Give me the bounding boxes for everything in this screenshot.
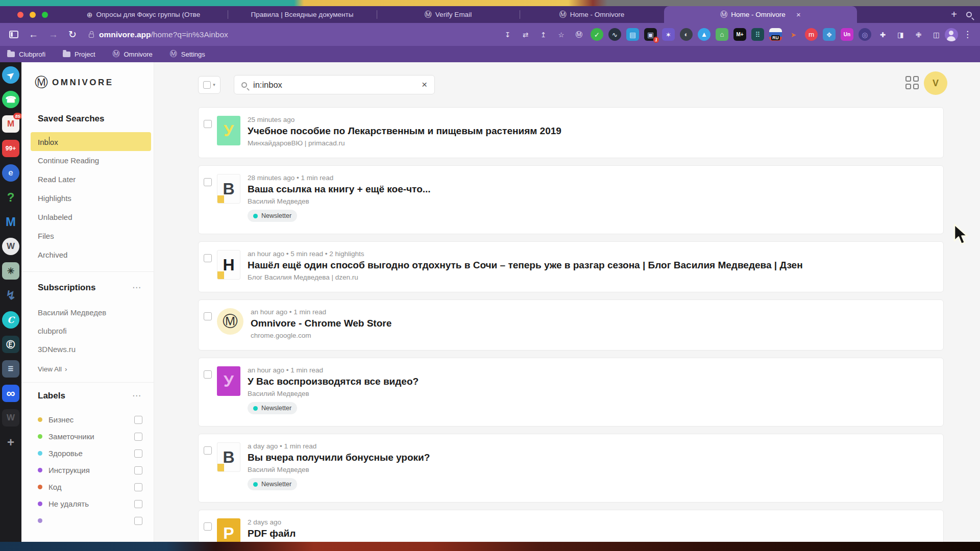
- label-item[interactable]: Здоровье: [21, 445, 154, 462]
- label-item[interactable]: [21, 512, 154, 529]
- view-all-link[interactable]: View All ›: [38, 365, 154, 373]
- close-window-button[interactable]: [17, 12, 23, 18]
- dock-icon[interactable]: W: [2, 238, 19, 255]
- extension-icon[interactable]: ↥: [537, 28, 550, 41]
- article-card[interactable]: P 2 days ago PDF файл: [198, 510, 944, 542]
- label-checkbox[interactable]: [134, 500, 142, 508]
- label-checkbox[interactable]: [134, 483, 142, 491]
- article-checkbox[interactable]: [204, 178, 212, 186]
- article-card[interactable]: Н an hour ago • 5 min read • 2 highlight…: [198, 241, 944, 292]
- article-card[interactable]: В 28 minutes ago • 1 min read Ваша ссылк…: [198, 165, 944, 234]
- label-checkbox[interactable]: [134, 433, 142, 441]
- label-item[interactable]: Код: [21, 479, 154, 495]
- browser-tab[interactable]: Правила | Всеядные документы: [228, 6, 377, 23]
- dock-icon[interactable]: ∞: [2, 385, 19, 402]
- label-item[interactable]: Заметочники: [21, 428, 154, 445]
- article-title[interactable]: Учебное пособие по Лекарственным и пищев…: [248, 126, 561, 137]
- label-checkbox[interactable]: [134, 466, 142, 474]
- profile-avatar[interactable]: [945, 28, 958, 41]
- extension-icon[interactable]: ◎: [859, 28, 871, 41]
- bookmark-item[interactable]: Ⓜ Omnivore: [113, 49, 153, 59]
- browser-tab[interactable]: Ⓜ Home - Omnivore: [520, 6, 664, 23]
- saved-search-item[interactable]: Unlabeled: [21, 208, 154, 227]
- browser-tab[interactable]: ⊕ Опросы для Фокус группы (Отве: [59, 6, 228, 23]
- extension-icon[interactable]: m: [805, 28, 818, 41]
- dock-icon[interactable]: M: [2, 213, 19, 231]
- article-checkbox[interactable]: [204, 522, 212, 531]
- layout-grid-icon[interactable]: [905, 76, 919, 89]
- article-card[interactable]: У 25 minutes ago Учебное пособие по Лека…: [198, 107, 944, 158]
- extension-icon[interactable]: ∿: [608, 28, 621, 41]
- extension-icon[interactable]: ▲: [698, 28, 710, 41]
- labels-more-icon[interactable]: ⋯: [132, 390, 141, 401]
- dock-icon[interactable]: ↯: [2, 287, 19, 304]
- dock-icon[interactable]: ✳: [2, 262, 19, 280]
- dock-icon[interactable]: +: [2, 434, 19, 451]
- article-checkbox[interactable]: [204, 312, 212, 320]
- subscriptions-more-icon[interactable]: ⋯: [132, 282, 141, 293]
- saved-search-item[interactable]: Archived: [21, 245, 154, 264]
- dock-icon[interactable]: Ⓔ: [2, 336, 19, 353]
- extension-icon[interactable]: ⠿: [751, 28, 764, 41]
- article-title[interactable]: Вы вчера получили бонусные уроки?: [248, 452, 430, 463]
- dock-icon[interactable]: ?: [2, 189, 19, 206]
- subscription-item[interactable]: clubprofi: [21, 321, 154, 340]
- search-input[interactable]: in:inbox: [253, 80, 422, 90]
- subscription-item[interactable]: 3DNews.ru: [21, 340, 154, 358]
- extension-icon[interactable]: ▤: [626, 28, 639, 41]
- dock-icon[interactable]: ☰: [2, 360, 19, 378]
- select-all-checkbox[interactable]: [203, 81, 211, 89]
- article-title[interactable]: У Вас воспроизводятся все видео?: [248, 376, 419, 387]
- search-bar[interactable]: in:inbox ×: [234, 75, 435, 94]
- article-card[interactable]: В a day ago • 1 min read Вы вчера получи…: [198, 434, 944, 503]
- bookmark-item[interactable]: Ⓜ Settings: [170, 49, 205, 59]
- extension-icon[interactable]: ✙: [912, 28, 925, 41]
- extension-icon[interactable]: RU: [769, 28, 782, 41]
- saved-search-item[interactable]: Read Later: [21, 170, 154, 189]
- saved-search-item[interactable]: Highlights: [21, 189, 154, 208]
- article-checkbox[interactable]: [204, 254, 212, 262]
- dock-icon[interactable]: 99+: [2, 140, 19, 157]
- new-tab-button[interactable]: +: [942, 6, 966, 23]
- extension-icon[interactable]: ▣ 1: [644, 28, 657, 41]
- select-all-control[interactable]: ▾: [198, 76, 220, 94]
- dock-icon[interactable]: W: [2, 409, 19, 427]
- extension-icon[interactable]: ❖: [823, 28, 836, 41]
- article-checkbox[interactable]: [204, 446, 212, 455]
- subscription-item[interactable]: Василий Медведев: [21, 303, 154, 321]
- extension-icon[interactable]: ⇄: [519, 28, 532, 41]
- extension-icon[interactable]: ✓: [591, 28, 603, 41]
- label-item[interactable]: Не удалять: [21, 495, 154, 512]
- browser-tab[interactable]: Ⓜ Verify Email: [377, 6, 520, 23]
- bookmark-item[interactable]: Project: [63, 51, 95, 58]
- extension-icon[interactable]: M+: [733, 28, 746, 41]
- article-checkbox[interactable]: [204, 120, 212, 128]
- bookmark-item[interactable]: Clubprofi: [7, 51, 45, 58]
- tab-close-icon[interactable]: ×: [796, 10, 801, 19]
- back-button[interactable]: ←: [29, 29, 38, 40]
- clear-search-icon[interactable]: ×: [422, 79, 427, 90]
- article-title[interactable]: Ваша ссылка на книгу + ещё кое-что...: [248, 184, 431, 195]
- saved-search-item[interactable]: Files: [21, 227, 154, 245]
- label-item[interactable]: Инструкция: [21, 462, 154, 479]
- article-card[interactable]: У an hour ago • 1 min read У Вас воспрои…: [198, 358, 944, 427]
- user-avatar[interactable]: V: [924, 71, 947, 95]
- browser-tab[interactable]: Ⓜ Home - Omnivore ×: [664, 6, 857, 23]
- extension-icon[interactable]: Ⓜ: [573, 28, 585, 41]
- label-checkbox[interactable]: [134, 517, 142, 525]
- maximize-window-button[interactable]: [42, 12, 48, 18]
- extension-icon[interactable]: ⌂: [716, 28, 728, 41]
- article-title[interactable]: Нашёл ещё один способ выгодно отдохнуть …: [248, 260, 803, 271]
- article-title[interactable]: Omnivore - Chrome Web Store: [251, 318, 391, 329]
- reload-button[interactable]: ↻: [68, 29, 77, 40]
- article-checkbox[interactable]: [204, 370, 212, 379]
- extension-icon[interactable]: ◫: [930, 28, 943, 41]
- saved-search-item[interactable]: Continue Reading: [21, 151, 154, 170]
- tab-search-button[interactable]: [966, 6, 980, 23]
- extension-icon[interactable]: ↧: [501, 28, 514, 41]
- address-bar[interactable]: omnivore.app/home?q=in%3Ainbox: [99, 30, 228, 39]
- extension-icon[interactable]: ✚: [876, 28, 889, 41]
- minimize-window-button[interactable]: [30, 12, 36, 18]
- extension-icon[interactable]: ◨: [894, 28, 907, 41]
- dock-icon[interactable]: e: [2, 164, 19, 182]
